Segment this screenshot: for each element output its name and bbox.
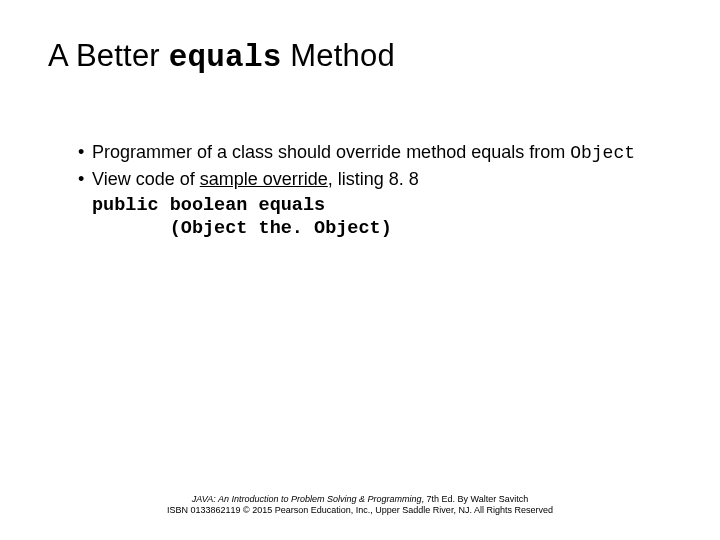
bullet-1-text: Programmer of a class should override me… (92, 142, 570, 162)
slide: A Better equals Method Programmer of a c… (0, 0, 720, 540)
footer-line-2: ISBN 0133862119 © 2015 Pearson Education… (0, 505, 720, 516)
footer: JAVA: An Introduction to Problem Solving… (0, 494, 720, 517)
title-pre: A Better (48, 38, 169, 73)
code-line-2: (Object the. Object) (92, 218, 392, 239)
title-mono: equals (169, 40, 282, 75)
bullet-2-pre: View code of (92, 169, 200, 189)
bullet-1-mono: Object (570, 143, 635, 163)
title-post: Method (282, 38, 395, 73)
sample-override-link[interactable]: sample override (200, 169, 328, 189)
footer-edition: , 7th Ed. By Walter Savitch (422, 494, 529, 504)
bullet-2-post: , listing 8. 8 (328, 169, 419, 189)
footer-line-1: JAVA: An Introduction to Problem Solving… (0, 494, 720, 505)
footer-book-title: JAVA: An Introduction to Problem Solving… (192, 494, 422, 504)
bullet-2: View code of sample override, listing 8.… (78, 167, 678, 191)
slide-body: Programmer of a class should override me… (78, 140, 678, 240)
bullet-1: Programmer of a class should override me… (78, 140, 678, 165)
code-line-1: public boolean equals (92, 195, 325, 216)
slide-title: A Better equals Method (48, 38, 395, 75)
code-block: public boolean equals (Object the. Objec… (92, 194, 678, 240)
